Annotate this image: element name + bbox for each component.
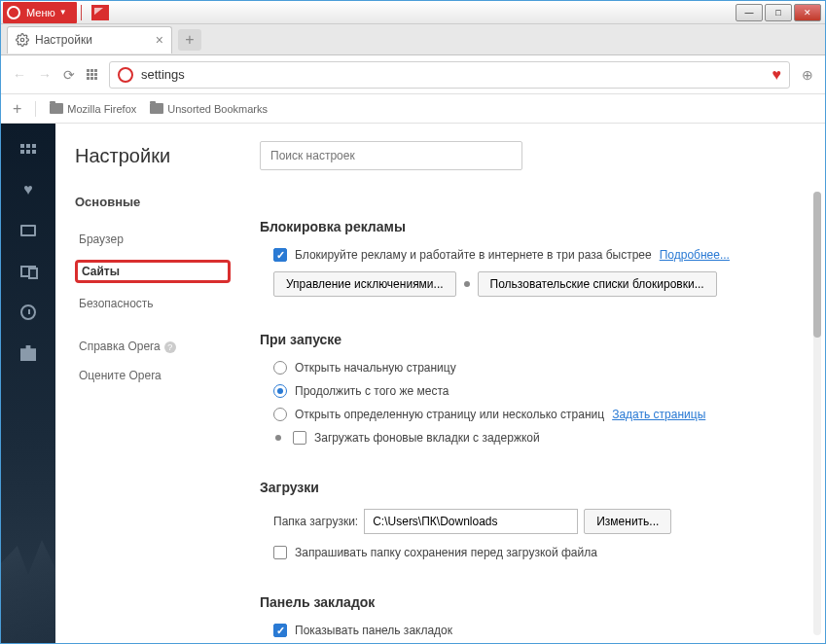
checkbox-icon[interactable]: [273, 248, 287, 262]
section-downloads: Загрузки Папка загрузки: Изменить... Зап…: [260, 480, 802, 559]
radio-label: Открыть определенную страницу или нескол…: [295, 408, 604, 421]
reload-button[interactable]: ⟳: [63, 67, 75, 83]
adblock-checkbox-row[interactable]: Блокируйте рекламу и работайте в интерне…: [273, 248, 802, 262]
sidebar-item-rate[interactable]: Оцените Opera: [75, 367, 231, 384]
minimize-button[interactable]: —: [736, 4, 763, 21]
startup-radio-start-page[interactable]: Открыть начальную страницу: [273, 361, 802, 375]
download-ask-row[interactable]: Запрашивать папку сохранения перед загру…: [273, 546, 802, 559]
folder-icon: [150, 103, 163, 114]
settings-sidebar: Настройки Основные Браузер Сайты Безопас…: [55, 124, 250, 644]
opera-menu-button[interactable]: Меню ▼: [3, 2, 77, 23]
radio-label: Открыть начальную страницу: [295, 361, 456, 375]
download-folder-label: Папка загрузки:: [273, 515, 358, 528]
sidebar-item-security[interactable]: Безопасность: [75, 295, 231, 312]
learn-more-link[interactable]: Подробнее...: [660, 248, 730, 262]
sidebar-item-help[interactable]: Справка Opera?: [75, 338, 231, 355]
show-bookmarks-row[interactable]: Показывать панель закладок: [273, 624, 802, 637]
opera-icon: [118, 67, 133, 83]
section-adblock: Блокировка рекламы Блокируйте рекламу и …: [260, 219, 802, 297]
rail-background: [1, 528, 55, 644]
rail-history-icon[interactable]: [18, 303, 38, 322]
flag-icon[interactable]: [91, 5, 109, 20]
tab-close-icon[interactable]: ×: [156, 32, 163, 48]
bookmark-folder-unsorted[interactable]: Unsorted Bookmarks: [150, 103, 268, 115]
navigation-bar: ← → ⟳ ♥ ⊕: [1, 55, 825, 94]
rail-bookmarks-icon[interactable]: ♥: [18, 180, 38, 199]
checkbox-label: Загружать фоновые вкладки с задержкой: [314, 431, 540, 445]
content-area: ♥ Настройки Основные Браузер Сайты Безоп…: [1, 124, 825, 644]
custom-lists-button[interactable]: Пользовательские списки блокировки...: [478, 271, 717, 297]
startup-radio-specific[interactable]: Открыть определенную страницу или нескол…: [273, 408, 802, 421]
change-folder-button[interactable]: Изменить...: [584, 509, 671, 534]
svg-point-0: [20, 38, 24, 42]
section-startup: При запуске Открыть начальную страницу П…: [260, 332, 802, 445]
address-bar[interactable]: ♥: [109, 61, 790, 89]
section-title: Загрузки: [260, 480, 802, 495]
rail-news-icon[interactable]: [18, 221, 38, 240]
separator: [81, 5, 82, 20]
heart-icon[interactable]: ♥: [772, 66, 782, 84]
maximize-button[interactable]: □: [765, 4, 792, 21]
bullet-icon: [275, 435, 281, 441]
section-bookmarks-panel: Панель закладок Показывать панель заклад…: [260, 594, 802, 637]
downloads-icon[interactable]: ⊕: [802, 67, 813, 83]
tab-title: Настройки: [35, 33, 92, 47]
radio-icon[interactable]: [273, 384, 287, 398]
gear-icon: [16, 33, 29, 47]
folder-icon: [50, 103, 63, 114]
section-title: При запуске: [260, 332, 802, 347]
sidebar-section-basic[interactable]: Основные: [75, 195, 231, 209]
set-pages-link[interactable]: Задать страницы: [612, 408, 705, 421]
sidebar-item-browser[interactable]: Браузер: [75, 231, 231, 248]
window-controls: — □ ✕: [736, 4, 821, 21]
download-folder-input[interactable]: [364, 509, 578, 534]
radio-icon[interactable]: [273, 361, 287, 375]
dropdown-arrow-icon: ▼: [59, 8, 67, 17]
opera-logo-icon: [7, 6, 20, 19]
checkbox-icon[interactable]: [273, 624, 287, 637]
checkbox-label: Запрашивать папку сохранения перед загру…: [295, 546, 597, 559]
checkbox-label: Блокируйте рекламу и работайте в интерне…: [295, 248, 652, 262]
add-bookmark-button[interactable]: +: [13, 100, 21, 118]
scrollbar[interactable]: [813, 192, 821, 635]
checkbox-label: Показывать панель закладок: [295, 624, 452, 637]
checkbox-icon[interactable]: [273, 546, 287, 559]
help-icon: ?: [164, 341, 176, 353]
address-input[interactable]: [141, 67, 765, 82]
speed-dial-icon[interactable]: [87, 69, 97, 80]
back-button[interactable]: ←: [13, 67, 26, 83]
bookmark-label: Unsorted Bookmarks: [167, 103, 268, 115]
sidebar-item-sites[interactable]: Сайты: [75, 260, 231, 283]
section-title: Блокировка рекламы: [260, 219, 802, 234]
radio-label: Продолжить с того же места: [295, 384, 449, 398]
section-title: Панель закладок: [260, 594, 802, 610]
rail-speed-dial-icon[interactable]: [18, 139, 38, 159]
startup-radio-continue[interactable]: Продолжить с того же места: [273, 384, 802, 398]
manage-exceptions-button[interactable]: Управление исключениями...: [273, 271, 456, 297]
bookmark-folder-firefox[interactable]: Mozilla Firefox: [50, 103, 136, 115]
separator: [35, 101, 36, 117]
startup-lazy-load-row[interactable]: Загружать фоновые вкладки с задержкой: [273, 431, 802, 445]
new-tab-button[interactable]: +: [178, 29, 201, 51]
forward-button[interactable]: →: [38, 67, 52, 83]
close-button[interactable]: ✕: [794, 4, 821, 21]
page-title: Настройки: [75, 145, 231, 167]
menu-label: Меню: [26, 7, 55, 18]
left-rail: ♥: [1, 124, 55, 644]
checkbox-icon[interactable]: [293, 431, 306, 445]
scrollbar-thumb[interactable]: [813, 192, 821, 338]
rail-extensions-icon[interactable]: [18, 343, 38, 363]
radio-icon[interactable]: [273, 408, 287, 421]
window-titlebar: Меню ▼ — □ ✕: [1, 1, 825, 24]
tab-strip: Настройки × +: [1, 24, 825, 55]
bookmark-label: Mozilla Firefox: [67, 103, 136, 115]
bullet-icon: [464, 281, 470, 287]
rail-device-icon[interactable]: [18, 262, 38, 281]
tab-settings[interactable]: Настройки ×: [7, 26, 172, 54]
bookmark-bar: + Mozilla Firefox Unsorted Bookmarks: [1, 94, 825, 124]
settings-main: Блокировка рекламы Блокируйте рекламу и …: [250, 124, 825, 644]
settings-search-input[interactable]: [260, 141, 522, 170]
